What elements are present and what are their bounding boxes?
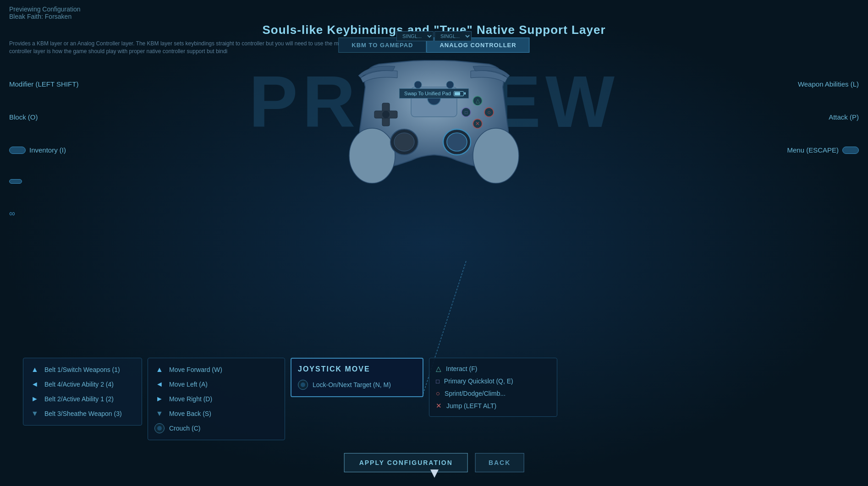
move-back-icon: ▼ bbox=[154, 409, 165, 419]
svg-point-20 bbox=[447, 133, 467, 151]
inventory-label: Inventory (I) bbox=[9, 146, 78, 154]
lock-on-item: Lock-On/Next Target (N, M) bbox=[298, 380, 416, 390]
belt-2-label: Belt 2/Active Ability 1 (2) bbox=[44, 395, 114, 403]
back-button[interactable]: BACK bbox=[475, 453, 524, 472]
inventory-pill-icon bbox=[9, 147, 26, 154]
share-pill-icon bbox=[9, 179, 22, 184]
svg-point-18 bbox=[394, 133, 414, 151]
move-left-icon: ◄ bbox=[154, 379, 165, 389]
battery-icon bbox=[454, 91, 464, 96]
unified-pad-button[interactable]: Swap To Unified Pad bbox=[399, 88, 469, 98]
move-forward-item: ▲ Move Forward (W) bbox=[154, 365, 278, 375]
page-wrapper: Previewing Configuration Bleak Faith: Fo… bbox=[0, 0, 868, 486]
move-left-label: Move Left (A) bbox=[169, 381, 208, 388]
move-right-label: Move Right (D) bbox=[169, 395, 212, 403]
belt-1-label: Belt 1/Switch Weapons (1) bbox=[44, 366, 120, 373]
interact-label: Interact (F) bbox=[446, 365, 477, 372]
joystick-title: JOYSTICK MOVE bbox=[298, 365, 416, 373]
cross-icon: ✕ bbox=[436, 402, 442, 410]
belt-4-label: Belt 4/Active Ability 2 (4) bbox=[44, 381, 114, 388]
lock-on-label: Lock-On/Next Target (N, M) bbox=[313, 381, 391, 388]
menu-label: Menu (ESCAPE) bbox=[787, 146, 859, 154]
primary-quickslot-label: Primary Quickslot (Q, E) bbox=[444, 377, 513, 385]
lock-on-circle-icon bbox=[298, 380, 308, 390]
arrow-left-icon: ◄ bbox=[30, 379, 40, 389]
svg-point-14 bbox=[414, 81, 422, 88]
move-forward-icon: ▲ bbox=[154, 365, 165, 375]
panel-face-buttons: △ Interact (F) □ Primary Quickslot (Q, E… bbox=[429, 358, 557, 417]
inventory-text: Inventory (I) bbox=[29, 146, 66, 154]
menu-pill-icon bbox=[842, 147, 859, 154]
move-right-item: ► Move Right (D) bbox=[154, 394, 278, 404]
move-forward-label: Move Forward (W) bbox=[169, 366, 222, 373]
panel-joystick-move: JOYSTICK MOVE Lock-On/Next Target (N, M) bbox=[291, 358, 423, 397]
belt-item-1: ▲ Belt 1/Switch Weapons (1) bbox=[30, 365, 135, 375]
panel-move-commands: ▲ Move Forward (W) ◄ Move Left (A) ► Mov… bbox=[148, 358, 285, 440]
move-back-label: Move Back (S) bbox=[169, 410, 211, 417]
profile-select-left[interactable]: SINGL... bbox=[396, 31, 434, 41]
belt-item-3: ▼ Belt 3/Sheathe Weapon (3) bbox=[30, 409, 135, 419]
status-label: Previewing Configuration bbox=[9, 5, 859, 13]
belt-item-4: ◄ Belt 4/Active Ability 2 (4) bbox=[30, 379, 135, 389]
interact-item: △ Interact (F) bbox=[436, 365, 550, 373]
block-label: Block (O) bbox=[9, 113, 78, 121]
triangle-icon: △ bbox=[436, 365, 441, 373]
move-back-item: ▼ Move Back (S) bbox=[154, 409, 278, 419]
sprint-dodge-item: ○ Sprint/Dodge/Climb... bbox=[436, 389, 550, 397]
infinity-icon: ∞ bbox=[9, 209, 15, 218]
move-left-item: ◄ Move Left (A) bbox=[154, 379, 278, 389]
crouch-circle-icon bbox=[154, 423, 165, 433]
circle-icon: ○ bbox=[436, 389, 440, 397]
modifier-text: Modifier (LEFT SHIFT) bbox=[9, 80, 78, 88]
belt-3-label: Belt 3/Sheathe Weapon (3) bbox=[44, 410, 122, 417]
svg-text:□: □ bbox=[465, 110, 467, 115]
block-text: Block (O) bbox=[9, 113, 38, 121]
attack-text: Attack (P) bbox=[829, 113, 859, 121]
svg-point-15 bbox=[446, 81, 454, 88]
jump-label: Jump (LEFT ALT) bbox=[446, 402, 496, 410]
crouch-label: Crouch (C) bbox=[169, 425, 200, 432]
arrow-up-icon: ▲ bbox=[30, 365, 40, 375]
profile-selects: SINGL... SINGL... bbox=[396, 31, 472, 41]
modifier-label: Modifier (LEFT SHIFT) bbox=[9, 80, 78, 88]
left-labels: Modifier (LEFT SHIFT) Block (O) Inventor… bbox=[9, 80, 78, 218]
move-right-icon: ► bbox=[154, 394, 165, 404]
menu-text: Menu (ESCAPE) bbox=[787, 146, 839, 154]
apply-configuration-button[interactable]: APPLY CONFIGURATION bbox=[344, 453, 468, 472]
svg-text:△: △ bbox=[476, 98, 480, 104]
controller-image: △ □ ○ ✕ bbox=[333, 41, 535, 190]
crouch-item: Crouch (C) bbox=[154, 423, 278, 433]
mouse-cursor bbox=[430, 470, 439, 478]
jump-item: ✕ Jump (LEFT ALT) bbox=[436, 402, 550, 410]
svg-point-5 bbox=[382, 111, 390, 118]
game-name: Bleak Faith: Forsaken bbox=[9, 13, 859, 20]
infinity-label: ∞ bbox=[9, 209, 78, 218]
attack-label: Attack (P) bbox=[829, 113, 859, 121]
svg-point-1 bbox=[349, 128, 395, 183]
arrow-right-icon: ► bbox=[30, 394, 40, 404]
right-labels: Weapon Abilities (L) Attack (P) Menu (ES… bbox=[787, 80, 859, 154]
sprint-dodge-label: Sprint/Dodge/Climb... bbox=[445, 390, 505, 397]
belt-item-2: ► Belt 2/Active Ability 1 (2) bbox=[30, 394, 135, 404]
primary-quickslot-item: □ Primary Quickslot (Q, E) bbox=[436, 377, 550, 385]
svg-text:✕: ✕ bbox=[475, 120, 480, 127]
square-icon: □ bbox=[436, 378, 439, 385]
svg-text:○: ○ bbox=[487, 109, 490, 115]
profile-select-right[interactable]: SINGL... bbox=[434, 31, 472, 41]
weapon-abilities-label: Weapon Abilities (L) bbox=[798, 80, 859, 88]
unified-pad-label: Swap To Unified Pad bbox=[404, 91, 451, 96]
share-label bbox=[9, 179, 78, 184]
arrow-down-icon: ▼ bbox=[30, 409, 40, 419]
svg-point-2 bbox=[473, 128, 519, 183]
panel-belt-items: ▲ Belt 1/Switch Weapons (1) ◄ Belt 4/Act… bbox=[23, 358, 142, 426]
weapon-abilities-text: Weapon Abilities (L) bbox=[798, 80, 859, 88]
bottom-panels: ▲ Belt 1/Switch Weapons (1) ◄ Belt 4/Act… bbox=[23, 358, 845, 440]
